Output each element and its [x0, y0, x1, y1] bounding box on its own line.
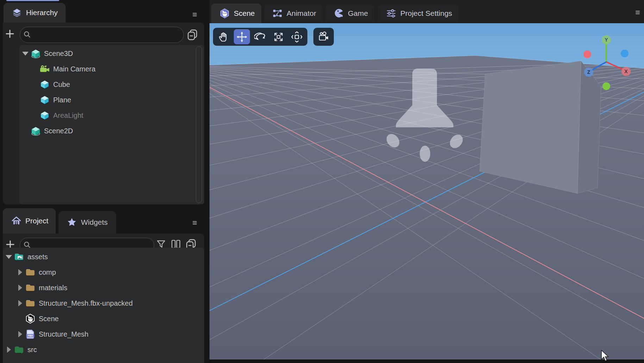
rect-transform-tool-button[interactable]	[289, 29, 305, 44]
tree-item-assets[interactable]: assets	[3, 249, 204, 265]
folder-icon	[25, 267, 35, 277]
tab-animator[interactable]: Animator	[264, 4, 323, 22]
scene-badge-icon	[220, 8, 230, 18]
project-settings-tab-label: Project Settings	[400, 9, 452, 18]
chevron-right-icon[interactable]	[17, 300, 23, 306]
tree-item-scene3d[interactable]: Scene3D	[19, 46, 204, 61]
tree-item-label: Structure_Mesh.fbx-unpacked	[39, 299, 133, 307]
folder-icon	[25, 283, 35, 293]
scene-hex-icon	[25, 314, 35, 324]
tree-item-structure-mesh-fbx-unpacked[interactable]: Structure_Mesh.fbx-unpacked	[3, 295, 204, 311]
viewport-bottom-edge	[210, 359, 644, 363]
hierarchy-tree[interactable]: Scene3DMain CameraCubePlaneAreaLightScen…	[19, 45, 204, 204]
viewport-toolbar	[213, 28, 307, 46]
cube-icon	[40, 110, 50, 120]
chevron-right-icon[interactable]	[17, 331, 23, 337]
tree-item-cube[interactable]: Cube	[19, 77, 204, 92]
move-tool-button[interactable]	[234, 29, 250, 44]
tree-item-label: Scene	[39, 315, 59, 323]
scene-viewport[interactable]: Y X Z	[210, 23, 644, 359]
cube-icon	[40, 95, 50, 105]
tree-item-label: src	[27, 346, 37, 354]
tree-item-label: Cube	[53, 81, 70, 89]
tree-item-scene2d[interactable]: Scene2D	[19, 123, 204, 139]
chevron-right-icon[interactable]	[17, 269, 23, 275]
chevron-right-icon[interactable]	[6, 346, 12, 353]
tree-item-label: Structure_Mesh	[39, 330, 88, 338]
tab-project[interactable]: Project	[3, 208, 56, 234]
folder-src-icon	[14, 345, 24, 355]
tree-item-label: AreaLight	[53, 112, 83, 120]
project-menu-button[interactable]	[190, 219, 199, 227]
camera-preview-button[interactable]	[313, 28, 334, 46]
tab-hierarchy[interactable]: Hierarchy	[4, 3, 65, 23]
tree-item-scene[interactable]: Scene	[3, 311, 204, 326]
tab-scene[interactable]: Scene	[211, 4, 261, 23]
scene3d-icon	[31, 49, 40, 58]
pan-tool-button[interactable]	[215, 29, 232, 44]
hierarchy-add-button[interactable]	[4, 28, 15, 39]
svg-text:FBX: FBX	[28, 334, 33, 337]
gizmo-neg-z-ball[interactable]	[621, 50, 629, 57]
editor-window: { "hierarchy": { "tab_label": "Hierarchy…	[0, 0, 644, 363]
gizmo-x-label: X	[624, 69, 628, 74]
cube-icon	[40, 79, 50, 89]
tab-game[interactable]: Game	[325, 4, 374, 22]
settings-sliders-icon	[386, 8, 396, 18]
animator-icon	[273, 8, 282, 18]
tree-item-materials[interactable]: materials	[3, 280, 204, 295]
star-icon	[67, 217, 77, 227]
gizmo-z-label: Z	[587, 69, 590, 75]
tree-item-main-camera[interactable]: Main Camera	[19, 61, 204, 77]
tree-item-comp[interactable]: comp	[3, 265, 204, 280]
camera-icon	[40, 64, 50, 74]
game-icon	[334, 8, 344, 18]
tree-item-label: materials	[39, 284, 67, 292]
tree-item-label: Scene3D	[44, 50, 73, 58]
cube-front-face	[480, 61, 581, 193]
project-tab-label: Project	[25, 217, 48, 225]
tree-item-structure-mesh[interactable]: FBXStructure_Mesh	[3, 326, 204, 342]
orbit-tool-button[interactable]	[252, 29, 268, 44]
tree-item-label: assets	[27, 253, 48, 261]
tree-item-src[interactable]: src	[3, 342, 204, 357]
gizmo-neg-x-ball[interactable]	[583, 50, 591, 58]
game-tab-label: Game	[348, 9, 368, 18]
gizmo-neg-y-ball[interactable]	[602, 82, 610, 90]
tree-item-label: comp	[39, 268, 56, 276]
chevron-down-icon[interactable]	[6, 255, 12, 259]
tree-item-arealight[interactable]: AreaLight	[19, 108, 204, 123]
ghost-foot-center	[420, 146, 430, 162]
folder-icon	[25, 298, 35, 308]
tree-item-label: Scene2D	[44, 127, 73, 135]
hierarchy-scrollbar[interactable]	[196, 46, 202, 203]
frame-tool-button[interactable]	[270, 29, 287, 44]
tab-project-settings[interactable]: Project Settings	[378, 4, 458, 22]
house-icon	[11, 216, 21, 226]
tree-item-label: Main Camera	[53, 65, 95, 73]
chevron-right-icon[interactable]	[17, 285, 23, 291]
gizmo-y-label: Y	[605, 37, 608, 43]
cube-mesh[interactable]	[480, 61, 601, 193]
chevron-down-icon[interactable]	[22, 52, 29, 56]
assets-icon	[14, 252, 24, 262]
scene3d-icon	[31, 126, 40, 136]
hierarchy-tab-label: Hierarchy	[26, 8, 58, 17]
animator-tab-label: Animator	[287, 9, 316, 18]
layers-icon	[12, 8, 22, 18]
tree-item-label: Plane	[53, 96, 71, 104]
hierarchy-menu-button[interactable]	[190, 11, 199, 18]
active-tab-accent-line	[6, 0, 59, 1]
widgets-tab-label: Widgets	[81, 218, 108, 227]
fbx-icon: FBX	[25, 329, 35, 339]
project-tree[interactable]: assetscompmaterialsStructure_Mesh.fbx-un…	[3, 248, 204, 363]
viewport-menu-button[interactable]	[633, 8, 642, 16]
hierarchy-search-input[interactable]	[20, 27, 184, 43]
hierarchy-collapse-all-button[interactable]	[186, 28, 199, 42]
tab-widgets[interactable]: Widgets	[58, 211, 116, 234]
tree-item-plane[interactable]: Plane	[19, 92, 204, 108]
scene-tab-label: Scene	[234, 9, 255, 18]
